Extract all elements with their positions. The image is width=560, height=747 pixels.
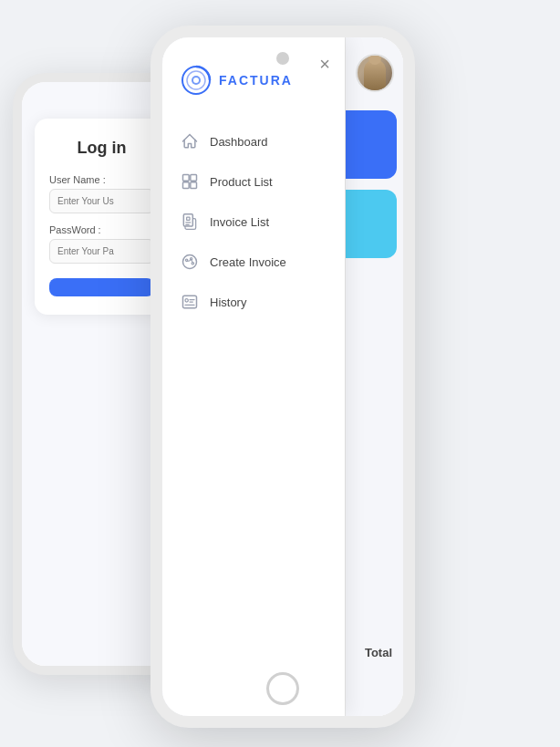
avatar	[356, 54, 394, 92]
login-card: Log in User Name : PassWord :	[35, 119, 169, 315]
menu-label-invoice-list: Invoice List	[210, 215, 269, 229]
menu-item-product-list[interactable]: Product List	[162, 161, 345, 202]
factura-logo-icon	[181, 65, 212, 96]
svg-rect-7	[191, 182, 197, 189]
menu-label-history: History	[210, 296, 246, 309]
navigation-drawer: × FACTURA	[162, 37, 345, 716]
create-icon	[181, 253, 199, 271]
invoice-icon	[181, 213, 199, 231]
username-input[interactable]	[49, 189, 154, 213]
login-button[interactable]	[49, 278, 154, 296]
scene: Log in User Name : PassWord :	[0, 0, 560, 747]
drawer-divider	[345, 37, 346, 716]
menu-label-create-invoice: Create Invoice	[210, 255, 286, 269]
svg-rect-9	[187, 217, 190, 220]
svg-rect-5	[191, 175, 197, 182]
svg-point-17	[185, 299, 188, 302]
username-label: User Name :	[49, 174, 154, 185]
menu-label-dashboard: Dashboard	[210, 135, 268, 149]
logo-text: FACTURA	[219, 73, 293, 88]
svg-rect-4	[183, 175, 190, 182]
svg-rect-6	[183, 182, 190, 189]
svg-point-12	[183, 255, 197, 269]
close-button[interactable]: ×	[319, 54, 330, 75]
app-screen: Total × FACTURA	[162, 37, 403, 716]
menu-item-history[interactable]: History	[162, 282, 345, 322]
drawer-menu: Dashboard Product List	[162, 121, 345, 322]
total-label: Total	[365, 646, 392, 659]
password-label: PassWord :	[49, 224, 154, 235]
svg-point-3	[193, 78, 199, 83]
phone-app: Total × FACTURA	[150, 26, 415, 728]
menu-item-dashboard[interactable]: Dashboard	[162, 121, 345, 161]
password-input[interactable]	[49, 239, 154, 264]
menu-item-invoice-list[interactable]: Invoice List	[162, 202, 345, 242]
history-icon	[181, 293, 199, 311]
menu-item-create-invoice[interactable]: Create Invoice	[162, 242, 345, 282]
home-icon	[181, 132, 199, 150]
list-icon	[181, 172, 199, 191]
phone-home-button[interactable]	[266, 672, 299, 705]
login-title: Log in	[49, 139, 154, 158]
menu-label-product-list: Product List	[210, 175, 273, 189]
phone-notch	[276, 52, 289, 65]
drawer-logo: FACTURA	[162, 65, 345, 96]
avatar-figure	[364, 59, 386, 90]
